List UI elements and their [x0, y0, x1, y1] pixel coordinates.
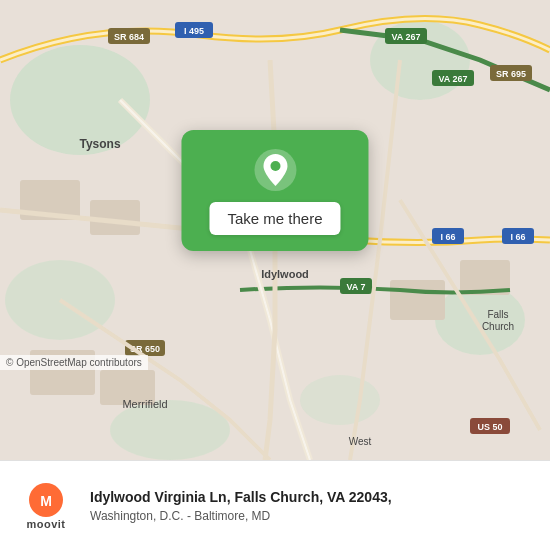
moovit-label: moovit — [26, 518, 65, 530]
address-main: Idylwood Virginia Ln, Falls Church, VA 2… — [90, 488, 536, 506]
svg-text:I 66: I 66 — [440, 232, 455, 242]
address-sub: Washington, D.C. - Baltimore, MD — [90, 509, 536, 523]
svg-text:I 66: I 66 — [510, 232, 525, 242]
svg-rect-9 — [390, 280, 445, 320]
svg-point-6 — [300, 375, 380, 425]
svg-text:West: West — [349, 436, 372, 447]
moovit-logo: M moovit — [14, 482, 78, 530]
svg-text:M: M — [40, 493, 52, 509]
location-card: Take me there — [181, 130, 368, 251]
svg-text:Tysons: Tysons — [79, 137, 120, 151]
svg-text:I 495: I 495 — [184, 26, 204, 36]
svg-text:SR 684: SR 684 — [114, 32, 144, 42]
svg-text:Idylwood: Idylwood — [261, 268, 309, 280]
svg-point-40 — [270, 161, 280, 171]
svg-text:VA 267: VA 267 — [438, 74, 467, 84]
address-info: Idylwood Virginia Ln, Falls Church, VA 2… — [90, 488, 536, 522]
svg-point-3 — [435, 285, 525, 355]
svg-text:VA 267: VA 267 — [391, 32, 420, 42]
openstreetmap-credit: © OpenStreetMap contributors — [6, 357, 142, 368]
svg-text:SR 695: SR 695 — [496, 69, 526, 79]
svg-text:Church: Church — [482, 321, 514, 332]
svg-text:US 50: US 50 — [477, 422, 502, 432]
take-me-there-button[interactable]: Take me there — [209, 202, 340, 235]
svg-text:VA 7: VA 7 — [346, 282, 365, 292]
moovit-icon: M — [28, 482, 64, 518]
bottom-info-bar: M moovit Idylwood Virginia Ln, Falls Chu… — [0, 460, 550, 550]
map-pin-icon — [253, 148, 297, 192]
svg-text:Merrifield: Merrifield — [122, 398, 167, 410]
copyright-text: © OpenStreetMap contributors — [0, 355, 148, 370]
map-container: I 495 VA 267 VA 267 SR 684 SR 695 I 66 I… — [0, 0, 550, 460]
svg-text:Falls: Falls — [487, 309, 508, 320]
